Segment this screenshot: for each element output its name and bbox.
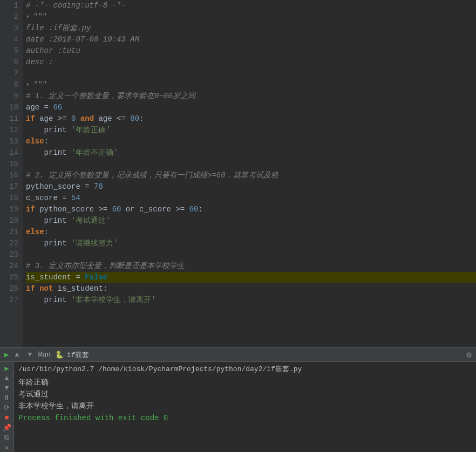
console-run-icon[interactable]: ▶ xyxy=(2,364,12,373)
code-line: print '非本学校学生，请离开' xyxy=(26,295,476,306)
token: python_score >= xyxy=(35,205,112,214)
console-reload-icon[interactable]: ⟳ xyxy=(2,403,12,412)
token: print xyxy=(26,126,71,134)
token: print xyxy=(26,216,71,225)
line-number: 19 xyxy=(4,204,18,215)
token: or xyxy=(121,205,139,214)
code-line: is_student = False xyxy=(26,272,476,283)
token: '非本学校学生，请离开' xyxy=(71,296,156,304)
code-line: if age >= 0 and age <= 80: xyxy=(26,113,476,125)
token: 60 xyxy=(112,205,121,214)
run-icon[interactable]: ▶ xyxy=(4,350,9,359)
console-side-icons: ▶ ▲ ▼ ⏸ ⟳ ■ 📌 ⧉ ✕ xyxy=(0,362,14,452)
run-up-icon[interactable]: ▲ xyxy=(12,350,22,360)
line-number: 9 xyxy=(4,91,18,102)
token: date :2018-07-08 10:43 AM xyxy=(26,35,139,44)
token: : xyxy=(44,137,49,146)
token: 60 xyxy=(189,205,198,214)
token: author :tutu xyxy=(26,46,80,55)
token: # 2. 定义两个整数变量，记录成绩，只要有一门成绩>=60，就算考试及格 xyxy=(26,171,278,180)
token: else xyxy=(26,137,44,146)
token: print xyxy=(26,239,71,248)
console-output-line: 考试通过 xyxy=(18,388,472,400)
code-line: if python_score >= 60 or c_score >= 60: xyxy=(26,204,476,215)
token: and xyxy=(76,114,98,123)
line-number: 5 xyxy=(4,45,18,57)
token: print xyxy=(26,148,71,157)
run-down-icon[interactable]: ▼ xyxy=(25,350,35,360)
console-stop-icon[interactable]: ■ xyxy=(2,414,12,422)
token: '年龄正确' xyxy=(71,126,111,134)
code-line: print '年龄不正确' xyxy=(26,147,476,159)
token: is_student = xyxy=(26,273,85,282)
token: '年龄不正确' xyxy=(71,148,118,157)
line-number: 16 xyxy=(4,170,18,181)
line-number: 6 xyxy=(4,57,18,68)
token: python_score = xyxy=(26,182,94,191)
code-line: file :if嵌套.py xyxy=(26,23,476,34)
line-number: 11 xyxy=(4,113,18,125)
python-icon: 🐍 xyxy=(55,351,64,359)
token: """ xyxy=(33,80,46,89)
console-pin-icon[interactable]: 📌 xyxy=(2,423,12,432)
token: age >= xyxy=(35,114,71,123)
line-number: 27 xyxy=(4,295,18,306)
token: '考试通过' xyxy=(71,216,111,225)
console-up-icon[interactable]: ▲ xyxy=(2,374,12,382)
token: file :if嵌套.py xyxy=(26,24,91,32)
token: else xyxy=(26,228,44,236)
fold-icon[interactable]: ▾ xyxy=(26,81,33,88)
line-number: 17 xyxy=(4,181,18,193)
code-line: c_score = 54 xyxy=(26,193,476,204)
line-number: 12 xyxy=(4,125,18,136)
code-line: else: xyxy=(26,227,476,238)
fold-icon[interactable]: ▾ xyxy=(26,13,33,20)
code-line xyxy=(26,249,476,261)
console-output-line: 年龄正确 xyxy=(18,376,472,388)
code-line: print '考试通过' xyxy=(26,215,476,227)
token: c_score >= xyxy=(139,205,189,214)
line-number: 14 xyxy=(4,147,18,159)
token: 78 xyxy=(94,182,103,191)
code-line: print '请继续努力' xyxy=(26,238,476,249)
console-pause-icon[interactable]: ⏸ xyxy=(2,394,12,402)
token: if xyxy=(26,284,35,293)
code-container: 1234567891011121314151617181920212223242… xyxy=(0,0,476,347)
line-number: 18 xyxy=(4,193,18,204)
line-number: 20 xyxy=(4,215,18,227)
token: c_score = xyxy=(26,194,71,202)
token: 66 xyxy=(53,103,62,112)
line-number: 21 xyxy=(4,227,18,238)
editor-area: 1234567891011121314151617181920212223242… xyxy=(0,0,476,347)
token: # -*- coding:utf-8 -*- xyxy=(26,1,126,10)
code-line xyxy=(26,68,476,79)
line-number: 8 xyxy=(4,79,18,91)
console-main: ▶ ▲ ▼ ⏸ ⟳ ■ 📌 ⧉ ✕ /usr/bin/python2.7 /ho… xyxy=(0,362,476,452)
code-line: ▾ """ xyxy=(26,11,476,23)
code-lines[interactable]: # -*- coding:utf-8 -*-▾ """file :if嵌套.py… xyxy=(23,0,476,347)
console-copy-icon[interactable]: ⧉ xyxy=(2,434,12,442)
line-number: 4 xyxy=(4,34,18,45)
line-number: 22 xyxy=(4,238,18,249)
token: : xyxy=(44,228,49,236)
code-line: # 1. 定义一个整数变量，要求年龄在0~80岁之间 xyxy=(26,91,476,102)
settings-icon[interactable]: ⚙ xyxy=(466,350,472,360)
line-number: 1 xyxy=(4,0,18,11)
run-label: Run xyxy=(38,351,50,359)
line-number: 23 xyxy=(4,249,18,261)
line-numbers: 1234567891011121314151617181920212223242… xyxy=(0,0,23,347)
console-down-icon[interactable]: ▼ xyxy=(2,384,12,392)
console-clear-icon[interactable]: ✕ xyxy=(2,443,12,452)
token: # 1. 定义一个整数变量，要求年龄在0~80岁之间 xyxy=(26,92,195,100)
console-process-line: Process finished with exit code 0 xyxy=(18,412,472,424)
run-filename: if嵌套 xyxy=(67,350,90,360)
token: : xyxy=(198,205,202,214)
token: desc : xyxy=(26,58,53,66)
token: print xyxy=(26,296,71,304)
code-line: # -*- coding:utf-8 -*- xyxy=(26,0,476,11)
token: : xyxy=(139,114,144,123)
code-line: ▾ """ xyxy=(26,79,476,91)
line-number: 25 xyxy=(4,272,18,283)
token: not xyxy=(35,284,58,293)
code-line: age = 66 xyxy=(26,102,476,113)
